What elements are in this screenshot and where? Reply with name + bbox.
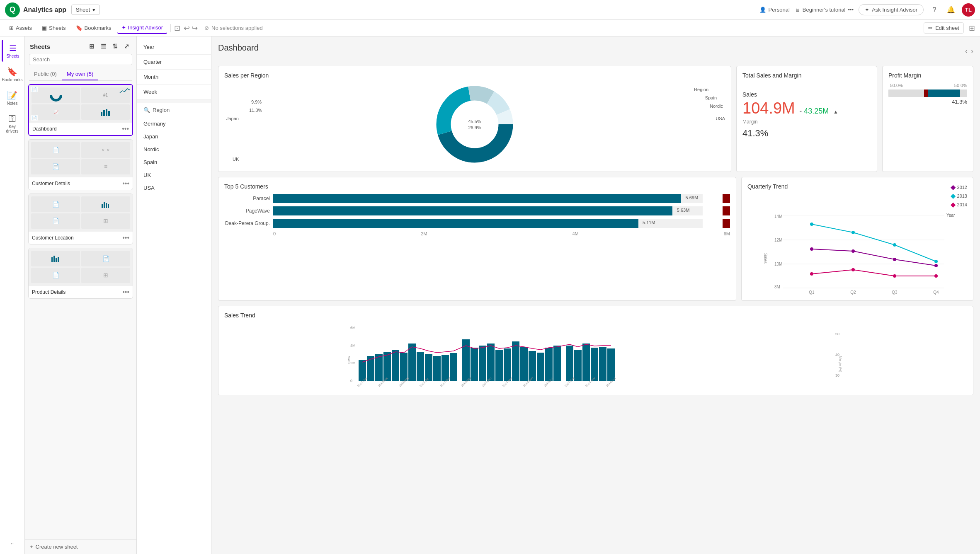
edit-sheet-button[interactable]: ✏ Edit sheet (924, 22, 964, 34)
svg-point-36 (934, 260, 938, 263)
margin-pct: 41.3% (742, 128, 871, 139)
sheet-more-dashboard[interactable]: ••• (122, 125, 129, 133)
sheet-more-customer-details[interactable]: ••• (122, 180, 129, 187)
sheets-nav-label: Sheets (6, 54, 19, 58)
nav-item-bookmarks[interactable]: 🔖 Bookmarks (2, 63, 23, 85)
bar-row-deak: Deak-Perera Group. 5.11M (224, 219, 730, 228)
page-title: Dashboard (218, 43, 259, 53)
my-own-tab[interactable]: My own (5) (62, 68, 98, 80)
top-row: Sales per Region (218, 66, 973, 172)
collapse-icon: ← (10, 541, 15, 546)
filter-week[interactable]: Week (137, 85, 211, 99)
legend-2013: ◆ 2013 (951, 192, 967, 200)
public-tab[interactable]: Public (0) (29, 68, 62, 80)
insight-advisor-search[interactable]: ✦ Ask Insight Advisor (859, 4, 924, 15)
bar-fill-paracel (273, 194, 681, 203)
assets-label: Assets (16, 25, 32, 31)
svg-point-35 (893, 243, 896, 247)
nav-item-sheets[interactable]: ☰ Sheets (2, 40, 23, 62)
prev-arrow[interactable]: ‹ (965, 47, 968, 56)
bookmark-icon: 🔖 (76, 25, 82, 31)
insight-placeholder: Ask Insight Advisor (872, 7, 917, 13)
bookmarks-tab[interactable]: 🔖 Bookmarks (72, 23, 116, 33)
expand-button[interactable]: ⤢ (121, 41, 131, 51)
toolbar-separator (170, 24, 171, 32)
bar-value-paracel: 5.69M (686, 195, 699, 200)
legend-2013-label: 2013 (957, 194, 967, 198)
svg-point-39 (893, 258, 896, 261)
bar-row-paracel: Paracel 5.69M (224, 194, 730, 203)
sheet-card-customer-location[interactable]: 📄 📄 ⊞ Customer Location ••• (28, 194, 133, 244)
svg-rect-11 (56, 258, 57, 262)
sheets-search[interactable] (29, 54, 132, 65)
plus-icon: + (30, 544, 33, 550)
notifications-icon[interactable]: 🔔 (945, 4, 957, 16)
svg-rect-77 (553, 346, 561, 381)
nav-collapse-icon[interactable]: ← (2, 538, 23, 549)
filter-year[interactable]: Year (137, 40, 211, 55)
tutorial-info: 🖥 Beginner's tutorial ••• (795, 7, 854, 13)
region-label-title: Region (694, 87, 708, 92)
x-axis-labels: 0 2M 4M 6M (273, 231, 730, 236)
nav-item-key-drivers[interactable]: ⚿ Key drivers (2, 111, 23, 137)
bar-row-pagewave: PageWave 5.63M (224, 206, 730, 215)
create-new-sheet-button[interactable]: + Create new sheet (25, 539, 136, 554)
more-icon[interactable]: ••• (848, 7, 854, 13)
quarterly-title: Quarterly Trend (747, 183, 788, 190)
total-sales-card: Total Sales and Margin Sales 104.9M - 43… (736, 66, 877, 172)
svg-rect-63 (433, 356, 441, 381)
sheet-card-footer-customer-details: Customer Details ••• (29, 177, 133, 190)
sales-region-chart: 45.5% 26.9% Region Spain Nordic USA UK J… (224, 83, 725, 166)
sheets-icon: ▣ (42, 25, 47, 31)
svg-rect-4 (108, 111, 110, 116)
sheets-list: #1 📈 📄 📄 Dashboard ••• (25, 81, 136, 539)
sheet-card-product-details[interactable]: 📄 📄 ⊞ Product Details ••• (28, 248, 133, 299)
customer-label-deak: Deak-Perera Group. (224, 220, 270, 226)
svg-rect-76 (545, 348, 553, 381)
avatar[interactable]: TL (962, 3, 975, 17)
filter-panel: Year Quarter Month Week 🔍 Region Germany… (137, 36, 211, 554)
sheets-tab[interactable]: ▣ Sheets (38, 23, 70, 33)
grid-view-icon[interactable]: ⊞ (969, 24, 975, 33)
filter-month[interactable]: Month (137, 70, 211, 85)
assets-tab[interactable]: ⊞ Assets (5, 23, 36, 33)
filter-germany[interactable]: Germany (137, 117, 211, 130)
total-sales-body: Sales 104.9M - 43.25M ▲ Margin 41.3% (742, 83, 871, 139)
filter-spain[interactable]: Spain (137, 156, 211, 169)
svg-text:14M: 14M (774, 214, 782, 219)
sheet-more-customer-location[interactable]: ••• (122, 234, 129, 242)
sheet-card-dashboard[interactable]: #1 📈 📄 📄 Dashboard ••• (28, 84, 133, 136)
filter-nordic[interactable]: Nordic (137, 143, 211, 156)
sheet-more-product-details[interactable]: ••• (122, 288, 129, 296)
help-icon[interactable]: ? (929, 4, 940, 16)
sheet-name-product-details: Product Details (32, 289, 122, 295)
sheet-card-customer-details[interactable]: 📄 ⚬⚬ 📄 ≡ Customer Details ••• (28, 139, 133, 190)
thumb-cell-3: 📈 (32, 104, 80, 120)
notes-nav-label: Notes (7, 101, 17, 106)
thumb-cell-cd-3: 📄 (31, 159, 80, 175)
nav-item-notes[interactable]: 📝 Notes (2, 87, 23, 109)
insight-icon: ✦ (121, 24, 126, 31)
grid-view-button[interactable]: ⊞ (87, 41, 97, 51)
bar-track-deak: 5.11M (273, 219, 703, 228)
back-icon[interactable]: ↩ (184, 24, 190, 33)
lasso-icon[interactable]: ⊡ (174, 24, 180, 33)
next-arrow[interactable]: › (971, 47, 973, 56)
key-drivers-nav-label: Key drivers (3, 124, 22, 133)
sales-trend-title: Sales Trend (224, 312, 967, 319)
filter-usa[interactable]: USA (137, 181, 211, 194)
sheet-type-dropdown[interactable]: Sheet ▾ (71, 5, 100, 15)
filter-japan[interactable]: Japan (137, 130, 211, 143)
bar-track-pagewave: 5.63M (273, 206, 703, 215)
forward-icon[interactable]: ↪ (192, 24, 198, 33)
svg-rect-55 (367, 356, 374, 381)
insight-advisor-tab[interactable]: ✦ Insight Advisor (117, 22, 167, 34)
sort-button[interactable]: ⇅ (110, 41, 120, 51)
sheets-view-buttons: ⊞ ☰ ⇅ ⤢ (87, 41, 131, 51)
topbar: Q Analytics app Sheet ▾ 👤 Personal 🖥 Beg… (0, 0, 980, 20)
list-view-button[interactable]: ☰ (98, 41, 108, 51)
svg-rect-67 (471, 348, 478, 381)
search-input[interactable] (29, 54, 132, 65)
filter-uk[interactable]: UK (137, 169, 211, 181)
filter-quarter[interactable]: Quarter (137, 55, 211, 70)
